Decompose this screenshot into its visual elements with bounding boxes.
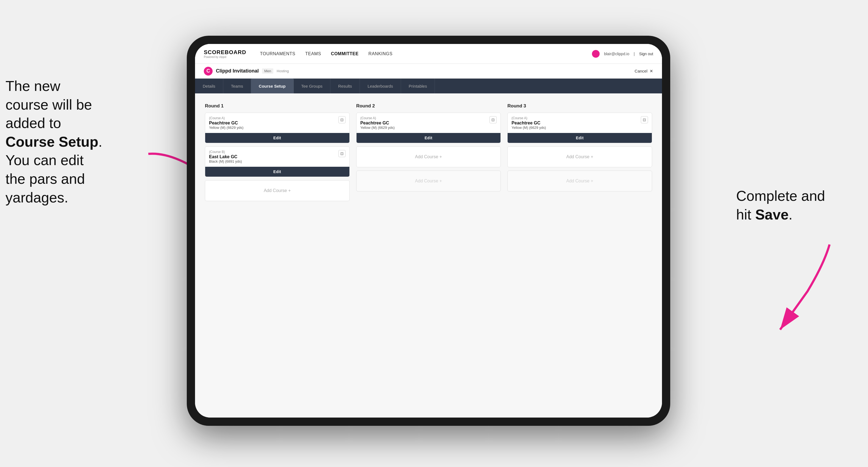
arrow-right	[725, 236, 851, 341]
sign-out-link[interactable]: Sign out	[639, 52, 653, 56]
round1-course-b-icon-btn[interactable]: ⊡	[338, 150, 346, 157]
round1-course-a-card: (Course A) Peachtree GC Yellow (M) (6629…	[205, 113, 350, 143]
scoreboard-sub: Powered by clippd	[204, 56, 246, 59]
round2-course-a-name: Peachtree GC	[361, 121, 395, 126]
tab-results[interactable]: Results	[331, 79, 360, 93]
tab-course-setup[interactable]: Course Setup	[251, 79, 293, 93]
main-content: Round 1 (Course A) Peachtree GC Yellow (…	[195, 93, 662, 417]
round3-course-a-card: (Course A) Peachtree GC Yellow (M) (6629…	[507, 113, 652, 143]
nav-separator: |	[634, 52, 635, 56]
nav-right: blair@clippd.io | Sign out	[592, 50, 653, 58]
tournament-info: C Clippd Invitational Men Hosting	[204, 67, 289, 75]
round1-course-b-header: (Course B) East Lake GC Black (M) (6891 …	[205, 147, 349, 167]
round1-course-a-icon-btn[interactable]: ⊡	[338, 116, 346, 123]
round3-course-a-tee: Yellow (M) (6629 yds)	[512, 126, 546, 130]
round1-course-b-edit-btn[interactable]: Edit	[205, 167, 349, 177]
round2-add-course-disabled-text: Add Course +	[415, 179, 442, 184]
cancel-area[interactable]: Cancel ✕	[634, 69, 653, 73]
round3-course-a-name: Peachtree GC	[512, 121, 546, 126]
top-nav: SCOREBOARD Powered by clippd TOURNAMENTS…	[195, 44, 662, 64]
round2-course-a-card: (Course A) Peachtree GC Yellow (M) (6629…	[356, 113, 501, 143]
annotation-bold-save: Save	[755, 207, 788, 222]
cancel-label: Cancel	[634, 69, 647, 73]
tournament-status: Hosting	[277, 69, 289, 73]
tournament-badge: Men	[262, 68, 273, 73]
round-1-column: Round 1 (Course A) Peachtree GC Yellow (…	[205, 103, 350, 205]
annotation-right: Complete and hit Save.	[736, 187, 851, 224]
round1-course-b-tee: Black (M) (6891 yds)	[209, 159, 242, 163]
round3-course-a-label: (Course A)	[512, 116, 546, 120]
round3-add-course-card[interactable]: Add Course +	[507, 147, 652, 167]
cancel-icon: ✕	[650, 69, 653, 73]
nav-left: SCOREBOARD Powered by clippd TOURNAMENTS…	[204, 49, 393, 59]
user-avatar	[592, 50, 600, 58]
round-2-label: Round 2	[356, 103, 501, 109]
tab-printables[interactable]: Printables	[401, 79, 435, 93]
nav-link-teams[interactable]: TEAMS	[305, 51, 321, 56]
round2-course-a-header: (Course A) Peachtree GC Yellow (M) (6629…	[356, 113, 501, 133]
round1-add-course-text: Add Course +	[264, 188, 290, 193]
round2-course-a-label: (Course A)	[361, 116, 395, 120]
scoreboard-title: SCOREBOARD	[204, 49, 246, 56]
annotation-left: The new course will be added to Course S…	[5, 77, 137, 207]
tab-leaderboards[interactable]: Leaderboards	[360, 79, 401, 93]
round1-course-a-header: (Course A) Peachtree GC Yellow (M) (6629…	[205, 113, 349, 133]
round-2-column: Round 2 (Course A) Peachtree GC Yellow (…	[356, 103, 501, 205]
tab-details[interactable]: Details	[195, 79, 223, 93]
round1-course-a-edit-btn[interactable]: Edit	[205, 133, 349, 143]
round2-course-a-edit-btn[interactable]: Edit	[356, 133, 501, 143]
nav-links: TOURNAMENTS TEAMS COMMITTEE RANKINGS	[260, 51, 392, 56]
round2-add-course-text: Add Course +	[415, 154, 442, 159]
nav-link-rankings[interactable]: RANKINGS	[368, 51, 393, 56]
round1-course-a-label: (Course A)	[209, 116, 243, 120]
round3-add-course-disabled-card: Add Course +	[507, 170, 652, 191]
round3-course-a-header: (Course A) Peachtree GC Yellow (M) (6629…	[507, 113, 652, 133]
round2-course-a-tee: Yellow (M) (6629 yds)	[361, 126, 395, 130]
round3-course-a-edit-btn[interactable]: Edit	[507, 133, 652, 143]
nav-link-tournaments[interactable]: TOURNAMENTS	[260, 51, 295, 56]
annotation-bold-course-setup: Course Setup	[5, 134, 98, 150]
round-3-column: Round 3 (Course A) Peachtree GC Yellow (…	[507, 103, 652, 205]
scoreboard-logo: SCOREBOARD Powered by clippd	[204, 49, 246, 59]
round1-course-b-label: (Course B)	[209, 150, 242, 154]
tournament-logo: C	[204, 67, 213, 75]
round3-course-a-icon-btn[interactable]: ⊡	[641, 116, 648, 123]
sub-tabs: Details Teams Course Setup Tee Groups Re…	[195, 79, 662, 93]
round-1-label: Round 1	[205, 103, 350, 109]
round3-add-course-text: Add Course +	[566, 154, 593, 159]
round2-add-course-card[interactable]: Add Course +	[356, 147, 501, 167]
user-email: blair@clippd.io	[604, 52, 629, 56]
round1-course-b-name: East Lake GC	[209, 154, 242, 159]
tab-tee-groups[interactable]: Tee Groups	[293, 79, 331, 93]
round3-add-course-disabled-text: Add Course +	[566, 179, 593, 184]
round1-course-a-name: Peachtree GC	[209, 121, 243, 126]
tablet-screen: SCOREBOARD Powered by clippd TOURNAMENTS…	[195, 44, 662, 417]
tournament-bar: C Clippd Invitational Men Hosting Cancel…	[195, 64, 662, 79]
tournament-name: Clippd Invitational	[216, 68, 259, 74]
round2-add-course-disabled-card: Add Course +	[356, 170, 501, 191]
nav-link-committee[interactable]: COMMITTEE	[331, 51, 359, 56]
rounds-grid: Round 1 (Course A) Peachtree GC Yellow (…	[205, 103, 652, 205]
tab-teams[interactable]: Teams	[223, 79, 251, 93]
tablet: SCOREBOARD Powered by clippd TOURNAMENTS…	[187, 36, 670, 426]
round1-add-course-card[interactable]: Add Course +	[205, 180, 350, 201]
round1-course-a-tee: Yellow (M) (6629 yds)	[209, 126, 243, 130]
round1-course-b-card: (Course B) East Lake GC Black (M) (6891 …	[205, 147, 350, 177]
round-3-label: Round 3	[507, 103, 652, 109]
round2-course-a-icon-btn[interactable]: ⊡	[490, 116, 497, 123]
